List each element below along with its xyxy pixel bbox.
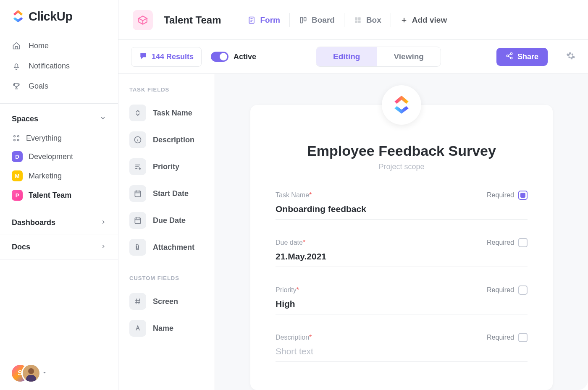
field-label: Description* — [276, 334, 312, 341]
nav-home[interactable]: Home — [6, 36, 112, 55]
priority-icon — [129, 158, 146, 175]
custom-fields-heading: CUSTOM FIELDS — [128, 272, 207, 286]
share-icon — [506, 52, 513, 62]
attachment-icon — [129, 239, 146, 256]
brand-name: ClickUp — [29, 10, 72, 24]
mode-editing[interactable]: Editing — [316, 47, 377, 66]
required-label: Required — [487, 239, 514, 246]
svg-rect-9 — [355, 17, 357, 20]
view-tab-box[interactable]: Box — [344, 13, 391, 27]
space-title: Talent Team — [164, 14, 221, 26]
nav-dashboards[interactable]: Dashboards — [0, 211, 118, 235]
required-checkbox[interactable] — [518, 285, 528, 295]
toolbar: 144 Results Active Editing Viewing Share — [118, 39, 588, 74]
svg-point-3 — [18, 139, 19, 141]
task-name-icon — [129, 105, 146, 121]
form-canvas: Employee Feedback Survey Project scope T… — [215, 74, 588, 390]
main-content: Talent Team Form Board — [118, 0, 588, 390]
field-description[interactable]: Description — [128, 128, 207, 152]
mode-viewing[interactable]: Viewing — [377, 47, 440, 66]
svg-point-2 — [14, 139, 16, 141]
bell-icon — [12, 61, 21, 71]
svg-rect-18 — [135, 218, 140, 223]
space-badge: D — [12, 151, 23, 162]
sidebar: ClickUp Home Notifications Goals — [0, 0, 118, 390]
required-checkbox[interactable] — [518, 333, 528, 342]
field-value[interactable]: Short text — [276, 346, 528, 362]
trophy-icon — [12, 81, 21, 91]
task-fields-heading: TASK FIELDS — [128, 84, 207, 98]
field-value[interactable]: Onboarding feedback — [276, 204, 528, 220]
mode-segmented: Editing Viewing — [316, 47, 441, 67]
space-development[interactable]: D Development — [0, 147, 118, 166]
view-tab-board[interactable]: Board — [289, 13, 344, 27]
form-card: Employee Feedback Survey Project scope T… — [250, 105, 553, 390]
space-icon[interactable] — [133, 10, 153, 30]
form-field-due-date[interactable]: Due date* Required 21.May.2021 — [276, 238, 528, 267]
field-attachment[interactable]: Attachment — [128, 236, 207, 259]
topbar: Talent Team Form Board — [118, 0, 588, 39]
field-start-date[interactable]: Start Date — [128, 182, 207, 205]
chevron-down-icon — [100, 115, 106, 123]
field-value[interactable]: High — [276, 299, 528, 314]
svg-rect-10 — [358, 17, 361, 20]
field-label: Priority* — [276, 286, 299, 294]
active-toggle[interactable] — [211, 52, 228, 62]
svg-rect-7 — [300, 17, 302, 23]
required-checkbox[interactable] — [518, 238, 528, 247]
svg-rect-5 — [26, 375, 36, 382]
board-icon — [299, 16, 307, 24]
field-due-date[interactable]: Due Date — [128, 209, 207, 232]
spaces-header[interactable]: Spaces — [0, 107, 118, 129]
view-tab-add[interactable]: Add view — [391, 13, 456, 27]
svg-rect-11 — [355, 21, 357, 23]
field-screen[interactable]: Screen — [128, 290, 207, 313]
comment-icon — [139, 52, 147, 62]
nav-goals[interactable]: Goals — [6, 76, 112, 96]
avatar — [23, 365, 39, 382]
avatar-stack: S — [12, 365, 37, 382]
nav-docs[interactable]: Docs — [0, 235, 118, 259]
form-field-priority[interactable]: Priority* Required High — [276, 285, 528, 314]
view-tab-form[interactable]: Form — [238, 13, 289, 27]
space-marketing[interactable]: M Marketing — [0, 166, 118, 186]
fields-panel: TASK FIELDS Task Name Description — [118, 74, 215, 390]
form-field-task-name[interactable]: Task Name* Required Onboarding feedback — [276, 191, 528, 220]
field-name[interactable]: Name — [128, 317, 207, 340]
svg-point-13 — [510, 52, 512, 55]
form-field-description[interactable]: Description* Required Short text — [276, 333, 528, 362]
brand-logo[interactable]: ClickUp — [0, 9, 118, 33]
field-value[interactable]: 21.May.2021 — [276, 251, 528, 267]
caret-down-icon — [42, 369, 47, 377]
svg-point-14 — [507, 55, 509, 57]
text-icon — [129, 320, 146, 337]
field-priority[interactable]: Priority — [128, 155, 207, 178]
field-label: Due date* — [276, 239, 305, 246]
form-logo[interactable] — [382, 85, 421, 125]
results-chip[interactable]: 144 Results — [131, 47, 202, 67]
svg-point-4 — [28, 368, 34, 374]
svg-rect-12 — [358, 21, 361, 23]
field-task-name[interactable]: Task Name — [128, 101, 207, 125]
user-menu[interactable]: S — [0, 356, 118, 390]
required-checkbox[interactable] — [518, 191, 528, 200]
box-icon — [354, 16, 362, 24]
field-label: Task Name* — [276, 191, 312, 199]
svg-point-15 — [510, 57, 512, 59]
share-button[interactable]: Share — [496, 48, 548, 66]
svg-rect-8 — [304, 17, 306, 21]
required-label: Required — [487, 286, 514, 294]
space-everything[interactable]: Everything — [0, 129, 118, 147]
calendar-icon — [129, 185, 146, 202]
svg-point-1 — [18, 136, 19, 137]
hash-icon — [129, 293, 146, 310]
form-subtitle[interactable]: Project scope — [276, 162, 528, 171]
space-badge: P — [12, 190, 23, 201]
required-label: Required — [487, 334, 514, 341]
space-talent-team[interactable]: P Talent Team — [0, 186, 118, 205]
nav-notifications[interactable]: Notifications — [6, 56, 112, 76]
chevron-right-icon — [100, 243, 106, 251]
form-icon — [247, 16, 256, 24]
info-icon — [129, 131, 146, 148]
settings-button[interactable] — [566, 51, 575, 62]
